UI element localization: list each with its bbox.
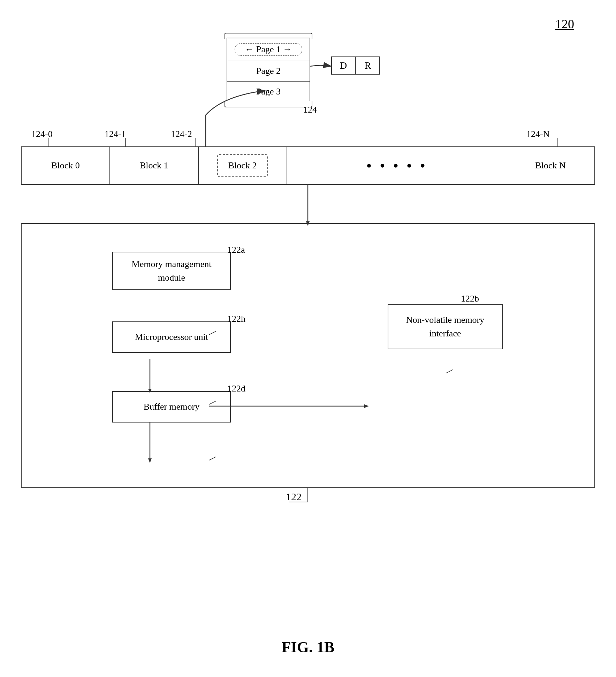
buffer-memory-box: Buffer memory	[112, 391, 231, 423]
controller-box: Memory managementmodule 122a Microproces…	[21, 223, 595, 488]
nvm-interface-box: Non-volatile memoryinterface	[388, 304, 503, 349]
d-box: D	[331, 56, 356, 75]
memory-management-box: Memory managementmodule	[112, 252, 231, 290]
figure-caption: FIG. 1B	[282, 638, 335, 656]
page-row-1: ← Page 1 →	[227, 38, 310, 61]
page-1-label: ← Page 1 →	[235, 43, 302, 56]
block-0: Block 0	[22, 147, 110, 184]
block-row: Block 0 Block 1 Block 2 • • • • • Block …	[21, 146, 595, 185]
ref-122h: 122h	[227, 314, 245, 324]
page-row-3: Page 3	[227, 82, 310, 102]
ref-124: 124	[303, 105, 317, 115]
ref-122d: 122d	[227, 383, 245, 394]
block-dots: • • • • •	[287, 157, 507, 175]
ref-124-1: 124-1	[105, 129, 126, 139]
dr-container: D R	[331, 56, 380, 75]
block-1: Block 1	[110, 147, 199, 184]
page-stack: ← Page 1 → Page 2 Page 3	[227, 38, 310, 102]
page-row-2: Page 2	[227, 61, 310, 82]
page-stack-body: ← Page 1 → Page 2 Page 3	[227, 38, 310, 102]
ref-122a: 122a	[227, 245, 245, 255]
microprocessor-box: Microprocessor unit	[112, 321, 231, 353]
ref-124-0: 124-0	[31, 129, 53, 139]
ref-122b: 122b	[461, 294, 479, 304]
page-stack-bottom-curl	[225, 101, 312, 107]
ref-122: 122	[286, 491, 302, 503]
r-box: R	[356, 56, 380, 75]
block-N: Block N	[507, 147, 594, 184]
block-2-container: Block 2	[199, 147, 287, 184]
ref-124-2: 124-2	[171, 129, 192, 139]
figure-number: 120	[555, 17, 574, 31]
diagram: 120 ← Page 1 → Page 2 Page 3 124 D R 124…	[0, 0, 616, 677]
block-2: Block 2	[217, 154, 268, 177]
ref-124-N: 124-N	[526, 129, 549, 139]
